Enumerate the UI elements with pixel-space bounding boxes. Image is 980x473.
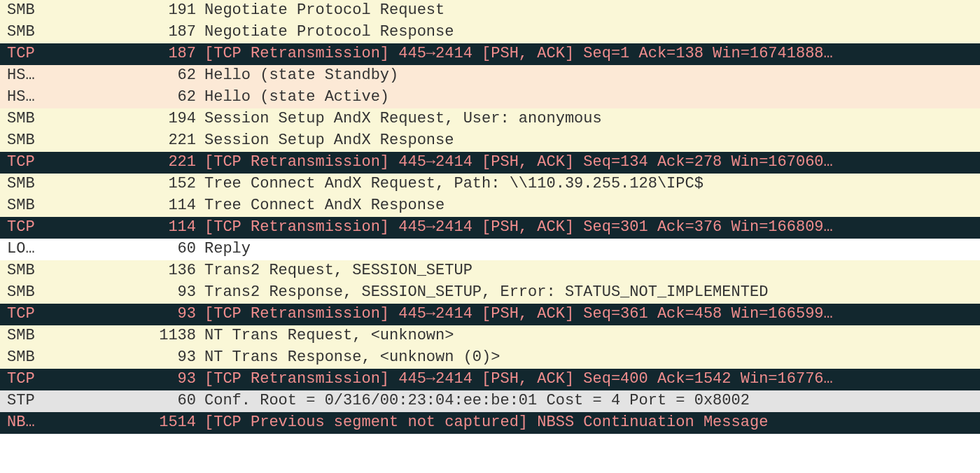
packet-list: SMB191Negotiate Protocol RequestSMB187Ne… <box>0 0 980 434</box>
protocol-cell: SMB <box>0 195 49 217</box>
protocol-cell: HS… <box>0 65 49 87</box>
packet-row[interactable]: SMB194Session Setup AndX Request, User: … <box>0 108 980 130</box>
protocol-cell: STP <box>0 390 49 412</box>
protocol-cell: LO… <box>0 239 49 260</box>
length-cell: 93 <box>49 369 204 390</box>
info-cell: [TCP Retransmission] 445→2414 [PSH, ACK]… <box>204 152 980 174</box>
info-cell: [TCP Retransmission] 445→2414 [PSH, ACK]… <box>204 369 980 390</box>
length-cell: 221 <box>49 152 204 174</box>
protocol-cell: TCP <box>0 152 49 174</box>
length-cell: 136 <box>49 260 204 282</box>
length-cell: 114 <box>49 195 204 217</box>
protocol-cell: HS… <box>0 87 49 108</box>
packet-row[interactable]: TCP114[TCP Retransmission] 445→2414 [PSH… <box>0 217 980 239</box>
info-cell: Negotiate Protocol Response <box>204 22 980 43</box>
length-cell: 114 <box>49 217 204 239</box>
info-cell: NT Trans Request, <unknown> <box>204 325 980 347</box>
length-cell: 194 <box>49 108 204 130</box>
info-cell: [TCP Previous segment not captured] NBSS… <box>204 412 980 434</box>
packet-row[interactable]: SMB93Trans2 Response, SESSION_SETUP, Err… <box>0 282 980 304</box>
packet-row[interactable]: SMB221Session Setup AndX Response <box>0 130 980 152</box>
length-cell: 1514 <box>49 412 204 434</box>
length-cell: 93 <box>49 304 204 325</box>
packet-row[interactable]: SMB187Negotiate Protocol Response <box>0 22 980 43</box>
protocol-cell: SMB <box>0 0 49 22</box>
packet-row[interactable]: SMB1138NT Trans Request, <unknown> <box>0 325 980 347</box>
protocol-cell: TCP <box>0 217 49 239</box>
length-cell: 93 <box>49 282 204 304</box>
protocol-cell: NB… <box>0 412 49 434</box>
info-cell: Reply <box>204 239 980 260</box>
protocol-cell: SMB <box>0 347 49 369</box>
info-cell: Tree Connect AndX Response <box>204 195 980 217</box>
info-cell: Session Setup AndX Response <box>204 130 980 152</box>
info-cell: [TCP Retransmission] 445→2414 [PSH, ACK]… <box>204 217 980 239</box>
protocol-cell: TCP <box>0 43 49 65</box>
packet-row[interactable]: TCP221[TCP Retransmission] 445→2414 [PSH… <box>0 152 980 174</box>
packet-row[interactable]: TCP93[TCP Retransmission] 445→2414 [PSH,… <box>0 304 980 325</box>
info-cell: [TCP Retransmission] 445→2414 [PSH, ACK]… <box>204 304 980 325</box>
packet-row[interactable]: HS…62Hello (state Standby) <box>0 65 980 87</box>
packet-row[interactable]: NB…1514[TCP Previous segment not capture… <box>0 412 980 434</box>
length-cell: 152 <box>49 174 204 195</box>
info-cell: Tree Connect AndX Request, Path: \\110.3… <box>204 174 980 195</box>
protocol-cell: TCP <box>0 369 49 390</box>
length-cell: 60 <box>49 390 204 412</box>
protocol-cell: SMB <box>0 174 49 195</box>
length-cell: 187 <box>49 22 204 43</box>
info-cell: Hello (state Active) <box>204 87 980 108</box>
packet-row[interactable]: HS…62Hello (state Active) <box>0 87 980 108</box>
length-cell: 187 <box>49 43 204 65</box>
protocol-cell: SMB <box>0 22 49 43</box>
info-cell: Trans2 Response, SESSION_SETUP, Error: S… <box>204 282 980 304</box>
packet-row[interactable]: SMB114Tree Connect AndX Response <box>0 195 980 217</box>
protocol-cell: SMB <box>0 130 49 152</box>
info-cell: Negotiate Protocol Request <box>204 0 980 22</box>
info-cell: NT Trans Response, <unknown (0)> <box>204 347 980 369</box>
protocol-cell: SMB <box>0 260 49 282</box>
packet-row[interactable]: SMB191Negotiate Protocol Request <box>0 0 980 22</box>
protocol-cell: SMB <box>0 282 49 304</box>
length-cell: 62 <box>49 87 204 108</box>
length-cell: 62 <box>49 65 204 87</box>
length-cell: 93 <box>49 347 204 369</box>
info-cell: [TCP Retransmission] 445→2414 [PSH, ACK]… <box>204 43 980 65</box>
length-cell: 1138 <box>49 325 204 347</box>
info-cell: Conf. Root = 0/316/00:23:04:ee:be:01 Cos… <box>204 390 980 412</box>
packet-row[interactable]: STP60Conf. Root = 0/316/00:23:04:ee:be:0… <box>0 390 980 412</box>
info-cell: Hello (state Standby) <box>204 65 980 87</box>
protocol-cell: TCP <box>0 304 49 325</box>
length-cell: 191 <box>49 0 204 22</box>
packet-row[interactable]: TCP93[TCP Retransmission] 445→2414 [PSH,… <box>0 369 980 390</box>
info-cell: Session Setup AndX Request, User: anonym… <box>204 108 980 130</box>
length-cell: 221 <box>49 130 204 152</box>
info-cell: Trans2 Request, SESSION_SETUP <box>204 260 980 282</box>
packet-row[interactable]: SMB93NT Trans Response, <unknown (0)> <box>0 347 980 369</box>
protocol-cell: SMB <box>0 325 49 347</box>
packet-row[interactable]: TCP187[TCP Retransmission] 445→2414 [PSH… <box>0 43 980 65</box>
length-cell: 60 <box>49 239 204 260</box>
packet-row[interactable]: SMB136Trans2 Request, SESSION_SETUP <box>0 260 980 282</box>
packet-row[interactable]: SMB152Tree Connect AndX Request, Path: \… <box>0 174 980 195</box>
protocol-cell: SMB <box>0 108 49 130</box>
packet-row[interactable]: LO…60Reply <box>0 239 980 260</box>
